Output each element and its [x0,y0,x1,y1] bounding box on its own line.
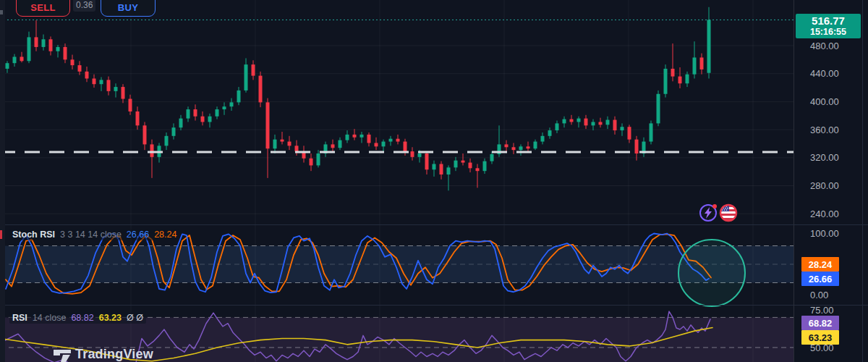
spread-value: 0.36 [73,0,95,12]
rsi-value: 68.82 [71,313,93,323]
stoch-k-value: 26.66 [127,230,149,240]
stoch-rsi-legend[interactable]: Stoch RSI 3 3 14 14 close 26.66 28.24 [9,229,179,240]
price-scale-label: 440.00 [810,68,839,79]
rsi-params: 14 close [33,313,67,323]
price-scale-label: 320.00 [810,152,839,163]
price-scale-label: 100.00 [810,228,839,239]
chart-widget-icons [697,203,741,223]
lightning-icon[interactable] [700,204,717,221]
sell-button-label: SELL [30,2,55,13]
highlight-circle-annotation [678,240,745,306]
last-price-badge: 516.77 15:16:55 [796,14,861,38]
last-price-time: 15:16:55 [796,28,861,38]
tradingview-logo[interactable]: TradingView [54,347,153,362]
stoch-d-value: 28.24 [154,230,176,240]
price-scale-label: 75.00 [810,305,834,316]
price-scale-label: 240.00 [810,209,839,219]
price-scale-label: 280.00 [810,180,839,191]
stoch-band [0,246,793,283]
last-price: 516.77 [796,15,861,28]
rsi-legend[interactable]: RSI 14 close 68.82 63.23 Ø Ø [9,312,146,324]
toolbar-fragment-icon [0,10,3,14]
tradingview-logo-mark [54,347,71,362]
buy-button[interactable]: BUY [101,0,156,17]
toolbar-fragment-icon [0,230,2,239]
rsi-extra-symbols: Ø Ø [127,313,143,323]
price-scale[interactable]: 480.00440.00400.00360.00320.00280.00240.… [793,0,868,362]
tradingview-chart-window: SELL 0.36 BUY Stoch RSI 3 3 14 14 close … [0,0,868,362]
stoch-rsi-params: 3 3 14 14 close [60,230,122,240]
rsi-ma-badge: 63.23 [801,330,839,345]
chart-canvas[interactable] [0,0,868,362]
stoch-d-badge: 28.24 [801,257,839,272]
price-scale-label: 0.00 [810,290,828,300]
rsi-ma-value: 63.23 [99,313,122,323]
rsi-title: RSI [12,313,27,323]
price-scale-label: 360.00 [810,125,839,135]
stoch-rsi-title: Stoch RSI [12,230,55,240]
candlestick-series [6,7,711,190]
buy-button-label: BUY [118,2,138,13]
left-toolbar-edge [0,0,5,362]
us-flag-icon[interactable] [720,205,736,221]
stoch-k-badge: 26.66 [801,272,839,286]
price-scale-label: 400.00 [810,96,839,107]
tradingview-logo-text: TradingView [75,347,153,362]
rsi-badge: 68.82 [801,316,839,330]
sell-button[interactable]: SELL [16,0,70,17]
price-scale-label: 480.00 [810,41,839,51]
